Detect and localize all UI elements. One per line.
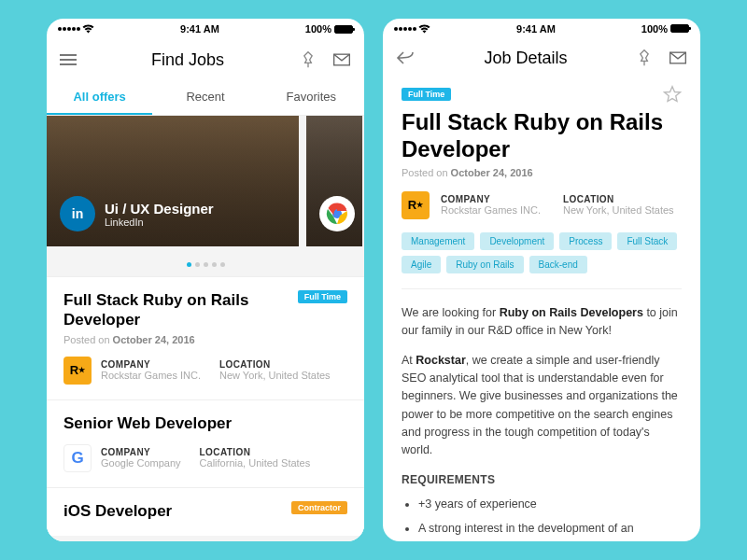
tag[interactable]: Ruby on Rails	[446, 256, 523, 273]
signal-dots-icon	[394, 27, 416, 31]
google-logo-icon: G	[63, 444, 92, 472]
job-badge: Full Time	[298, 290, 347, 303]
mail-icon[interactable]	[332, 50, 351, 69]
featured-carousel[interactable]: in Ui / UX Designer LinkedIn We Chro	[47, 116, 364, 246]
job-list-scroll[interactable]: in Ui / UX Designer LinkedIn We Chro	[47, 116, 364, 541]
battery-indicator: 100%	[305, 23, 353, 35]
tag[interactable]: Full Stack	[617, 232, 677, 250]
nav-bar: Job Details	[383, 38, 700, 77]
carousel-card-title: Ui / UX Designer	[105, 201, 214, 217]
status-bar: 9:41 AM 100%	[47, 19, 364, 39]
linkedin-logo-icon: in	[60, 196, 95, 231]
nav-bar: Find Jobs	[47, 39, 364, 80]
job-title: iOS Developer	[63, 501, 172, 521]
favorite-star-icon[interactable]	[663, 85, 682, 104]
job-title: Senior Web Developer	[63, 413, 347, 433]
phone-find-jobs: 9:41 AM 100% Find Jobs All offers Recent…	[47, 19, 364, 541]
detail-scroll[interactable]: Full Time Full Stack Ruby on Rails Devel…	[383, 77, 700, 541]
divider	[402, 288, 682, 289]
battery-icon	[670, 24, 689, 33]
job-title: Full Stack Ruby on Rails Developer	[63, 290, 289, 330]
requirement-item: A strong interest in the development of …	[418, 520, 682, 541]
tag[interactable]: Process	[559, 232, 612, 250]
battery-indicator: 100%	[641, 23, 689, 35]
tab-favorites[interactable]: Favorites	[259, 80, 364, 115]
wifi-icon	[82, 24, 94, 34]
requirements-heading: REQUIREMENTS	[402, 471, 682, 489]
rockstar-logo-icon: R★	[63, 357, 92, 385]
requirement-item: +3 years of experience	[418, 496, 682, 513]
job-description: We are looking for Ruby on Rails Develop…	[402, 304, 682, 541]
job-item[interactable]: Full Stack Ruby on Rails Developer Full …	[47, 276, 364, 399]
detail-job-title: Full Stack Ruby on Rails Developer	[402, 109, 682, 163]
tab-recent[interactable]: Recent	[152, 80, 258, 115]
job-type-badge: Full Time	[402, 88, 451, 101]
job-badge: Contractor	[291, 501, 347, 514]
pin-icon[interactable]	[635, 49, 654, 67]
carousel-pager	[47, 246, 364, 276]
menu-button[interactable]	[60, 51, 77, 68]
tab-all-offers[interactable]: All offers	[47, 80, 152, 115]
page-title: Find Jobs	[151, 50, 224, 70]
tag[interactable]: Agile	[402, 256, 441, 273]
carousel-card[interactable]: in Ui / UX Designer LinkedIn	[47, 116, 299, 246]
rockstar-logo-icon: R★	[402, 191, 430, 219]
chrome-logo-icon	[319, 196, 355, 231]
status-time: 9:41 AM	[516, 23, 556, 35]
skill-tags: Management Development Process Full Stac…	[402, 232, 682, 273]
back-button[interactable]	[396, 49, 416, 66]
wifi-icon	[418, 24, 430, 34]
tag[interactable]: Development	[480, 232, 554, 250]
mail-icon[interactable]	[669, 49, 687, 67]
posted-date: Posted on October 24, 2016	[402, 167, 682, 178]
carousel-card[interactable]: We Chro	[306, 116, 362, 246]
tabs: All offers Recent Favorites	[47, 80, 364, 116]
posted-date: Posted on October 24, 2016	[63, 334, 347, 345]
job-item[interactable]: iOS Developer Contractor	[47, 487, 364, 536]
battery-icon	[334, 25, 353, 34]
signal-dots-icon	[58, 27, 80, 31]
carousel-card-company: LinkedIn	[105, 217, 214, 228]
page-title: Job Details	[484, 49, 567, 68]
job-item[interactable]: Senior Web Developer G COMPANY Google Co…	[47, 399, 364, 487]
status-bar: 9:41 AM 100%	[383, 19, 700, 38]
status-time: 9:41 AM	[180, 23, 219, 35]
tag[interactable]: Management	[402, 232, 474, 250]
pin-icon[interactable]	[299, 50, 317, 69]
phone-job-details: 9:41 AM 100% Job Details Full Time Full …	[383, 19, 700, 541]
tag[interactable]: Back-end	[529, 256, 587, 273]
